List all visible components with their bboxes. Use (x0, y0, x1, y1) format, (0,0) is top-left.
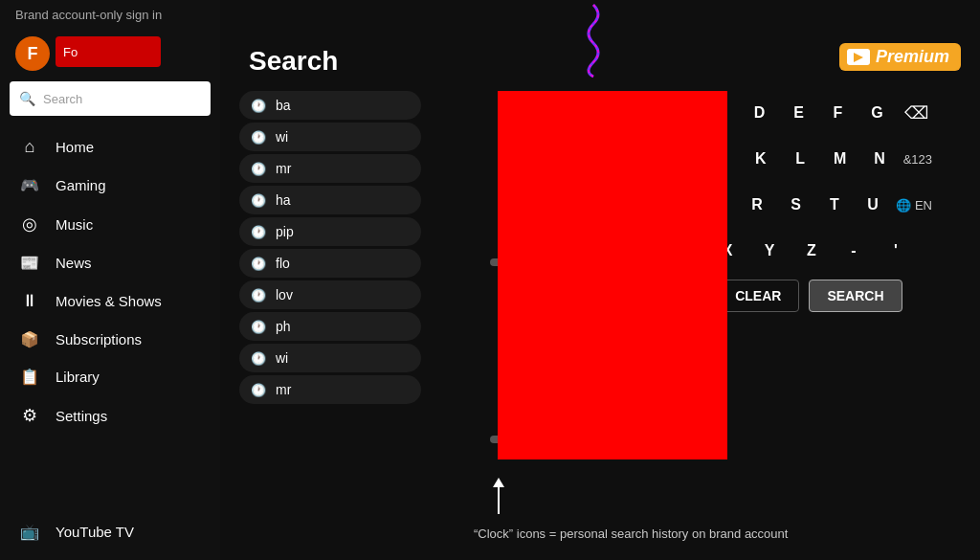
clock-icon: 🕐 (251, 130, 266, 145)
history-text: flo (276, 256, 290, 271)
clock-icon: 🕐 (251, 320, 266, 334)
sidebar-label: Subscriptions (56, 331, 142, 347)
gaming-icon: 🎮 (19, 176, 40, 194)
history-text: lov (276, 287, 293, 302)
list-item[interactable]: 🕐 ha (239, 186, 421, 214)
sidebar-label: Settings (56, 408, 107, 424)
brand-sign-in-text: Brand account-only sign in (15, 8, 162, 22)
sidebar-item-gaming[interactable]: 🎮 Gaming (0, 167, 220, 204)
sidebar-label: Home (56, 139, 94, 155)
list-item[interactable]: 🕐 lov (239, 280, 421, 309)
main-content: Search 🕐 ba 🕐 wi 🕐 mr 🕐 ha 🕐 pip 🕐 flo 🕐 (220, 0, 980, 560)
key-s[interactable]: S (780, 188, 811, 222)
history-text: ba (276, 98, 291, 113)
subscriptions-icon: 📦 (19, 330, 40, 348)
key-r[interactable]: R (742, 188, 772, 222)
history-text: wi (276, 350, 288, 366)
settings-icon: ⚙ (19, 405, 40, 426)
history-text: mr (276, 161, 291, 176)
redacted-block (498, 91, 727, 459)
list-item[interactable]: 🕐 ph (239, 312, 421, 341)
sidebar-item-youtube-tv[interactable]: 📺 YouTube TV (0, 513, 220, 550)
youtube-icon (847, 49, 870, 65)
list-item[interactable]: 🕐 mr (239, 375, 421, 404)
clear-button[interactable]: CLEAR (717, 280, 799, 312)
key-y[interactable]: Y (752, 234, 787, 268)
clock-icon: 🕐 (251, 193, 266, 208)
sidebar-label: Library (56, 369, 100, 385)
key-m[interactable]: M (824, 142, 856, 176)
history-text: ph (276, 319, 291, 334)
premium-label: Premium (876, 47, 949, 67)
arrow-up (493, 478, 504, 514)
clock-icon: 🕐 (251, 257, 266, 271)
user-avatar[interactable]: F (15, 36, 50, 71)
key-l[interactable]: L (785, 142, 816, 176)
user-name-bar[interactable]: Fo (56, 36, 161, 67)
sidebar-item-settings[interactable]: ⚙ Settings (0, 395, 220, 436)
list-item[interactable]: 🕐 pip (239, 217, 421, 246)
clock-icon: 🕐 (251, 99, 266, 113)
key-k[interactable]: K (745, 142, 776, 176)
key-g[interactable]: G (861, 96, 893, 130)
key-language[interactable]: 🌐 EN (896, 188, 932, 222)
search-icon: 🔍 (19, 91, 35, 106)
home-icon: ⌂ (19, 137, 40, 157)
key-dash[interactable]: - (836, 234, 871, 268)
key-f[interactable]: F (822, 96, 854, 130)
premium-badge[interactable]: Premium (839, 43, 961, 71)
sidebar-item-home[interactable]: ⌂ Home (0, 127, 220, 167)
clock-icon: 🕐 (251, 225, 266, 239)
key-z[interactable]: Z (794, 234, 829, 268)
key-t[interactable]: T (819, 188, 850, 222)
clock-icon: 🕐 (251, 383, 266, 397)
clock-icon: 🕐 (251, 162, 266, 176)
history-text: mr (276, 382, 291, 397)
list-item[interactable]: 🕐 flo (239, 249, 421, 278)
key-apostrophe[interactable]: ' (879, 234, 913, 268)
squiggly-decoration (569, 0, 617, 81)
sidebar: 🔍 Search ⌂ Home 🎮 Gaming ◎ Music 📰 News … (0, 0, 220, 560)
news-icon: 📰 (19, 254, 40, 272)
search-placeholder: Search (43, 92, 82, 106)
clock-icon: 🕐 (251, 288, 266, 302)
sidebar-item-news[interactable]: 📰 News (0, 244, 220, 281)
search-title: Search (249, 46, 338, 77)
sidebar-item-subscriptions[interactable]: 📦 Subscriptions (0, 321, 220, 358)
history-list: 🕐 ba 🕐 wi 🕐 mr 🕐 ha 🕐 pip 🕐 flo 🕐 lov � (239, 91, 421, 404)
history-text: pip (276, 224, 294, 239)
library-icon: 📋 (19, 368, 40, 386)
key-d[interactable]: D (744, 96, 775, 130)
clock-icon: 🕐 (251, 351, 266, 366)
sidebar-item-music[interactable]: ◎ Music (0, 204, 220, 244)
sidebar-item-movies[interactable]: ⏸ Movies & Shows (0, 281, 220, 321)
search-button[interactable]: SEARCH (809, 280, 902, 312)
key-e[interactable]: E (783, 96, 814, 130)
user-name-text: Fo (63, 45, 78, 59)
sidebar-search-box[interactable]: 🔍 Search (10, 81, 211, 116)
music-icon: ◎ (19, 213, 40, 235)
history-text: ha (276, 192, 291, 208)
list-item[interactable]: 🕐 wi (239, 123, 421, 151)
list-item[interactable]: 🕐 mr (239, 154, 421, 183)
annotation-text: “Clock” icons = personal search history … (474, 526, 788, 541)
key-symbols[interactable]: &123 (903, 142, 932, 176)
sidebar-item-library[interactable]: 📋 Library (0, 358, 220, 395)
sidebar-label: News (56, 255, 92, 271)
backspace-icon[interactable]: ⌫ (901, 96, 932, 130)
sidebar-label: YouTube TV (56, 524, 134, 540)
key-n[interactable]: N (863, 142, 895, 176)
sidebar-label: Movies & Shows (56, 293, 162, 309)
list-item[interactable]: 🕐 wi (239, 344, 421, 372)
history-text: wi (276, 129, 288, 145)
movies-icon: ⏸ (19, 291, 40, 311)
tv-icon: 📺 (19, 523, 40, 541)
sidebar-label: Gaming (56, 177, 106, 193)
key-u[interactable]: U (858, 188, 888, 222)
sidebar-label: Music (56, 216, 93, 233)
list-item[interactable]: 🕐 ba (239, 91, 421, 120)
